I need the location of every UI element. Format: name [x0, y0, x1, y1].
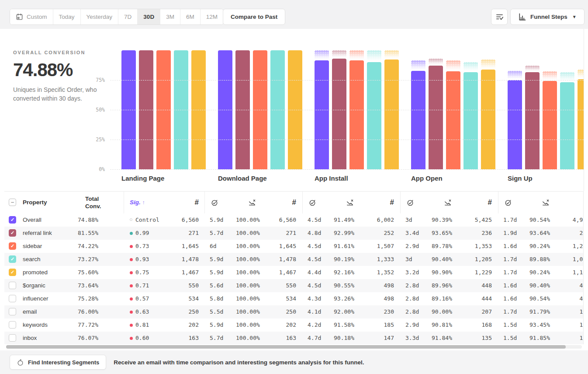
y-axis-tick: 75% — [86, 77, 105, 83]
chevron-down-icon: ▼ — [572, 14, 577, 19]
date-range-7d[interactable]: 7D — [118, 9, 137, 24]
avg-time-to-convert: 1.7d — [503, 305, 517, 318]
row-checkbox[interactable]: ✓ — [9, 269, 16, 276]
table-header-row: –PropertyTotalConv.Sig. ↑##### — [4, 192, 583, 213]
gridline — [110, 140, 584, 140]
avg-time-to-convert: 1.9d — [503, 227, 517, 240]
bar-dropoff-ghost — [463, 62, 478, 72]
table-row-overall[interactable]: ✓Overall74.88%Control6,5605.9d100.00%6,5… — [4, 213, 583, 227]
edit-columns-button[interactable] — [491, 9, 508, 25]
avg-time-to-convert: 4.5d — [308, 279, 321, 292]
toolbar: CustomTodayYesterday7D30D3M6M12M Compare… — [0, 0, 588, 29]
step-count: 207 — [448, 305, 492, 318]
step-count: 252 — [350, 227, 394, 240]
compare-to-past-button[interactable]: Compare to Past — [223, 9, 285, 25]
row-checkbox[interactable]: ✓ — [9, 216, 16, 224]
row-checkbox[interactable] — [9, 282, 16, 289]
avg-time-to-convert: 4.2d — [308, 318, 321, 332]
funnel-bar-overall[interactable] — [315, 60, 329, 169]
count-column-header: # — [466, 192, 492, 213]
date-range-label: Today — [59, 14, 75, 20]
funnel-bar-search[interactable] — [560, 82, 574, 169]
significance-column-header[interactable]: Sig. ↑ — [130, 192, 145, 213]
bar-dropoff-ghost — [429, 59, 443, 65]
find-interesting-segments-button[interactable]: Find Interesting Segments — [10, 355, 106, 370]
row-checkbox[interactable] — [9, 295, 16, 302]
funnel-bar-overall[interactable] — [411, 71, 425, 169]
table-row-inbox[interactable]: inbox76.07%0.601635.7d100.00%1634.7d90.1… — [4, 332, 583, 344]
funnel-bar-search[interactable] — [367, 62, 381, 169]
funnel-bar-sidebar[interactable] — [349, 60, 364, 169]
step-count: 250 — [252, 305, 296, 318]
step-count: 1,467 — [155, 266, 199, 279]
row-checkbox[interactable] — [9, 334, 16, 342]
funnel-bar-sidebar[interactable] — [543, 81, 557, 169]
table-row-promoted[interactable]: ✓promoted75.60%0.751,4675.9d100.00%1,467… — [4, 266, 583, 279]
avg-time-to-convert: 5.9d — [210, 253, 223, 266]
date-range-30d[interactable]: 30D — [137, 9, 160, 24]
find-interesting-segments-label: Find Interesting Segments — [28, 359, 99, 366]
bar-dropoff-ghost — [367, 50, 381, 61]
funnel-bar-referral-link[interactable] — [525, 72, 540, 169]
funnel-steps-dropdown[interactable]: Funnel Steps ▼ — [510, 9, 585, 25]
avg-time-to-convert: 5.6d — [210, 279, 223, 292]
significance-value: 0.60 — [135, 332, 149, 344]
date-range-6m[interactable]: 6M — [180, 9, 200, 24]
step-count: 550 — [155, 279, 199, 292]
property-name: $organic — [23, 279, 45, 292]
date-range-custom[interactable]: Custom — [10, 9, 53, 24]
row-checkbox[interactable] — [9, 321, 16, 329]
step-count: 1,507 — [350, 240, 394, 253]
funnel-bar-overall[interactable] — [508, 80, 522, 169]
bar-dropoff-ghost — [543, 71, 557, 80]
table-row-email[interactable]: email76.00%0.632505.5d100.00%2504.1d92.0… — [4, 305, 583, 318]
scroll-boundary-divider — [584, 29, 584, 191]
date-range-3m[interactable]: 3M — [160, 9, 180, 24]
footer-bar: Find Interesting Segments Receive an ema… — [0, 350, 588, 374]
avg-time-to-convert: 5.9d — [210, 213, 223, 227]
table-row-sidebar[interactable]: ✓sidebar74.22%0.731,6456d100.00%1,6454.5… — [4, 240, 583, 253]
row-checkbox[interactable]: ✓ — [9, 255, 16, 263]
stopwatch-check-icon — [211, 199, 218, 208]
avg-time-to-convert: 5.5d — [210, 305, 223, 318]
avg-time-to-convert: 2.8d — [405, 305, 419, 318]
step-count: 202 — [155, 318, 199, 332]
funnel-bar-promoted[interactable] — [384, 59, 399, 169]
significance-dot-negative — [130, 337, 133, 340]
step-count: 1,353 — [448, 240, 492, 253]
row-checkbox[interactable] — [9, 308, 16, 315]
bar-dropoff-ghost — [315, 50, 329, 59]
avg-time-to-convert: 5.8d — [210, 292, 223, 305]
funnel-bar-referral-link[interactable] — [429, 66, 443, 169]
table-row-referral-link[interactable]: ✓referral link81.55%0.992715.7d100.00%27… — [4, 227, 583, 240]
property-name: keywords — [23, 318, 48, 332]
table-row-keywords[interactable]: keywords77.72%0.812025.9d100.00%2024.2d9… — [4, 318, 583, 332]
date-range-12m[interactable]: 12M — [200, 9, 223, 24]
table-row-influencer[interactable]: influencer75.28%0.575345.8d100.00%5344.3… — [4, 292, 583, 305]
date-range-today[interactable]: Today — [53, 9, 80, 24]
scrollbar-thumb[interactable] — [6, 345, 566, 349]
step-count: 163 — [155, 332, 199, 344]
step-count: 6,002 — [350, 213, 394, 227]
funnel-bar-search[interactable] — [463, 72, 478, 169]
row-checkbox[interactable]: ✓ — [9, 242, 16, 250]
row-checkbox[interactable]: ✓ — [9, 229, 16, 237]
gridline — [110, 110, 584, 110]
avg-time-to-convert: 3.4d — [405, 227, 419, 240]
avg-time-to-convert: 3d — [405, 213, 412, 227]
table-row-search[interactable]: ✓search73.27%0.931,4785.9d100.00%1,4784.… — [4, 253, 583, 266]
horizontal-scrollbar[interactable] — [6, 345, 582, 349]
select-all-checkbox[interactable]: – — [9, 199, 16, 206]
step-count: 6,560 — [155, 213, 199, 227]
avg-time-to-convert: 6d — [210, 240, 217, 253]
funnel-bar-referral-link[interactable] — [332, 59, 346, 169]
funnel-bar-sidebar[interactable] — [446, 71, 460, 169]
bar-dropoff-ghost — [525, 66, 540, 71]
table-row-organic[interactable]: $organic73.64%0.715505.6d100.00%5504.5d9… — [4, 279, 583, 292]
funnel-bar-promoted[interactable] — [578, 79, 584, 169]
funnel-bar-promoted[interactable] — [481, 70, 495, 169]
avg-time-to-convert: 5.9d — [210, 318, 223, 332]
date-range-yesterday[interactable]: Yesterday — [80, 9, 118, 24]
significance-value: 0.71 — [135, 279, 149, 292]
avg-time-to-convert: 2.9d — [405, 240, 419, 253]
